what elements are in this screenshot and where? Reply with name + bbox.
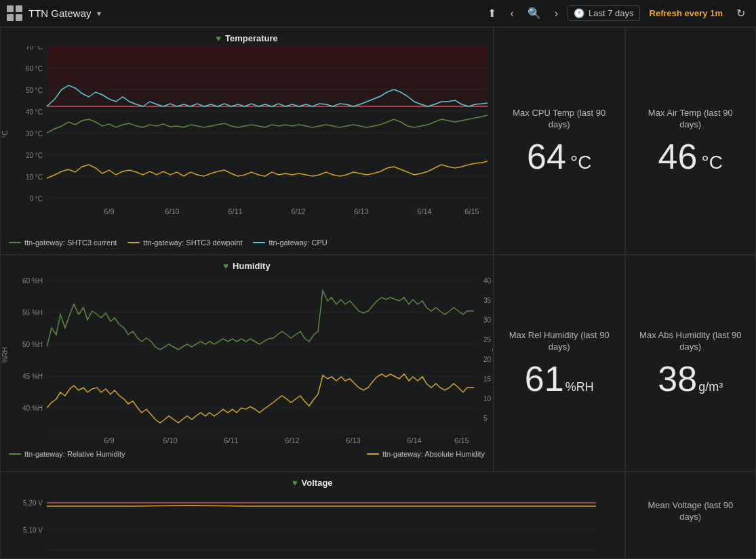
voltage-chart: 5.20 V 5.10 V: [1, 489, 604, 557]
max-air-temp-unit: °C: [701, 152, 722, 173]
dashboard-title: TTN Gateway: [28, 7, 92, 19]
svg-text:45 %H: 45 %H: [22, 373, 43, 380]
temperature-heart-icon: ♥: [216, 33, 221, 43]
svg-text:5.20 V: 5.20 V: [23, 499, 43, 507]
temperature-chart: 70 °C 60 °C 50 °C 40 °C 30 °C 20 °C 10 °…: [1, 46, 494, 236]
title-chevron[interactable]: ▾: [97, 9, 101, 18]
max-air-temp-value: 46: [658, 139, 698, 174]
svg-text:6/12: 6/12: [291, 207, 305, 215]
next-button[interactable]: ›: [551, 5, 562, 22]
zoom-button[interactable]: 🔍: [523, 5, 545, 22]
svg-text:g/m³: g/m³: [492, 348, 494, 363]
max-air-temp-panel: Max Air Temp (last 90 days) 46 °C: [625, 27, 757, 255]
max-air-temp-title: Max Air Temp (last 90 days): [637, 108, 745, 131]
svg-text:20: 20: [483, 356, 492, 363]
svg-text:50 °C: 50 °C: [26, 87, 43, 94]
clock-icon: 🕐: [574, 8, 584, 18]
svg-text:40 %H: 40 %H: [22, 405, 43, 412]
max-abs-humidity-value: 38: [658, 361, 697, 396]
app-logo: [7, 5, 23, 22]
humidity-chart: 60 %H 55 %H 50 %H 45 %H 40 %H %RH 40 35 …: [1, 274, 494, 447]
humidity-heart-icon: ♥: [223, 261, 228, 271]
prev-button[interactable]: ‹: [506, 5, 517, 22]
svg-text:6/11: 6/11: [224, 436, 238, 444]
svg-text:0 °C: 0 °C: [29, 195, 43, 203]
max-abs-humidity-panel: Max Abs Humidity (last 90 days) 38 g/m³: [625, 255, 757, 472]
svg-text:6/14: 6/14: [417, 207, 431, 215]
main-grid: ♥ Temperature: [0, 27, 756, 559]
humidity-title: ♥ Humidity: [1, 255, 493, 272]
max-rel-humidity-value: 61: [525, 361, 564, 396]
legend-item-shtc3-dewpoint: ttn-gateway: SHTC3 dewpoint: [127, 239, 242, 247]
max-cpu-temp-panel: Max CPU Temp (last 90 days) 64 °C: [494, 27, 625, 255]
svg-text:10 °C: 10 °C: [26, 173, 43, 181]
max-cpu-temp-unit: °C: [570, 152, 591, 173]
svg-rect-27: [47, 274, 474, 434]
voltage-title: ♥ Voltage: [1, 472, 624, 489]
svg-text:60 %H: 60 %H: [22, 277, 43, 285]
svg-text:6/10: 6/10: [163, 436, 177, 444]
svg-rect-62: [47, 489, 596, 557]
humidity-panel: ♥ Humidity 60 %H 55 %H 50 %H 45 %H 40 %H…: [0, 255, 494, 472]
time-range-label: Last 7 days: [589, 8, 634, 18]
max-cpu-temp-title: Max CPU Temp (last 90 days): [505, 108, 614, 131]
max-rel-humidity-unit: %RH: [565, 380, 594, 394]
svg-text:30: 30: [483, 316, 492, 324]
svg-text:5: 5: [483, 415, 488, 422]
svg-text:°C: °C: [1, 130, 9, 138]
refresh-icon-button[interactable]: ↻: [732, 5, 749, 22]
svg-text:6/11: 6/11: [228, 207, 242, 215]
svg-text:6/13: 6/13: [354, 207, 368, 215]
svg-text:6/9: 6/9: [104, 207, 114, 215]
svg-text:40 °C: 40 °C: [26, 108, 43, 116]
svg-text:6/14: 6/14: [407, 436, 421, 444]
svg-text:6/10: 6/10: [165, 207, 179, 215]
svg-text:25: 25: [483, 336, 492, 344]
mean-voltage-panel: Mean Voltage (last 90 days): [625, 472, 757, 559]
svg-rect-1: [47, 46, 488, 106]
svg-text:15: 15: [483, 375, 492, 383]
svg-text:6/12: 6/12: [285, 436, 299, 444]
svg-text:6/9: 6/9: [104, 436, 114, 444]
legend-item-shtc3-current: ttn-gateway: SHTC3 current: [9, 239, 117, 247]
svg-text:5.10 V: 5.10 V: [23, 526, 43, 534]
temperature-title: ♥ Temperature: [1, 28, 493, 45]
svg-text:10: 10: [483, 395, 492, 402]
voltage-panel: ♥ Voltage 5.20 V 5.10 V: [0, 472, 625, 559]
svg-text:55 %H: 55 %H: [22, 309, 43, 316]
max-cpu-temp-value: 64: [527, 139, 566, 174]
max-abs-humidity-title: Max Abs Humidity (last 90 days): [637, 330, 745, 353]
svg-text:6/13: 6/13: [346, 436, 360, 444]
refresh-button[interactable]: Refresh every 1m: [645, 6, 727, 20]
svg-text:35: 35: [483, 297, 492, 304]
legend-item-abs-humidity: ttn-gateway: Absolute Humidity: [367, 450, 485, 458]
svg-text:%RH: %RH: [1, 347, 9, 363]
humidity-legend: ttn-gateway: Relative Humidity ttn-gatew…: [1, 447, 493, 461]
temperature-panel: ♥ Temperature: [0, 27, 494, 255]
svg-text:50 %H: 50 %H: [22, 341, 43, 348]
legend-item-rel-humidity: ttn-gateway: Relative Humidity: [9, 450, 125, 458]
svg-text:6/15: 6/15: [464, 207, 479, 215]
svg-text:20 °C: 20 °C: [26, 152, 43, 159]
svg-text:6/15: 6/15: [454, 436, 469, 444]
topnav: TTN Gateway ▾ ⬆ ‹ 🔍 › 🕐 Last 7 days Refr…: [0, 0, 756, 27]
voltage-heart-icon: ♥: [292, 478, 298, 488]
svg-text:60 °C: 60 °C: [26, 65, 43, 73]
max-rel-humidity-panel: Max Rel Humidity (last 90 days) 61 %RH: [494, 255, 625, 472]
max-abs-humidity-unit: g/m³: [698, 380, 723, 394]
svg-text:70 °C: 70 °C: [26, 46, 43, 51]
legend-item-cpu: ttn-gateway: CPU: [253, 239, 327, 247]
temperature-legend: ttn-gateway: SHTC3 current ttn-gateway: …: [1, 236, 493, 249]
max-rel-humidity-title: Max Rel Humidity (last 90 days): [505, 330, 614, 353]
svg-text:40: 40: [483, 277, 492, 285]
svg-text:30 °C: 30 °C: [26, 130, 43, 138]
time-range-selector[interactable]: 🕐 Last 7 days: [568, 5, 640, 21]
share-button[interactable]: ⬆: [483, 5, 500, 22]
mean-voltage-title: Mean Voltage (last 90 days): [637, 500, 745, 523]
